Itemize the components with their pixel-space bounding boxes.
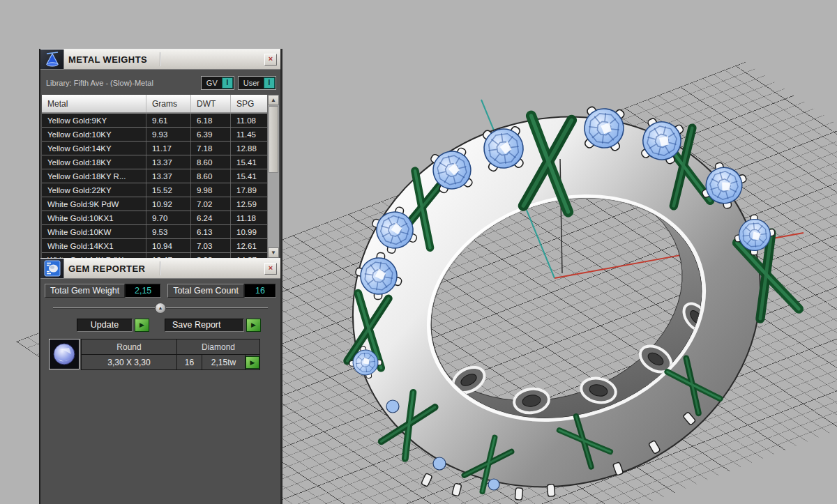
column-header[interactable]: Grams	[146, 95, 191, 112]
gem-reporter-titlebar[interactable]: GEM REPORTER ×	[40, 258, 280, 279]
table-cell: Yellow Gold:22KY	[42, 183, 146, 197]
table-cell: 10.94	[146, 239, 191, 252]
table-cell: White Gold:10KW	[42, 225, 146, 238]
gem-reporter-buttons: Update ▶ Save Report ▶	[77, 319, 280, 332]
table-cell: 9.98	[191, 183, 231, 197]
table-cell: 6.18	[191, 114, 231, 127]
panel-empty-area	[40, 370, 280, 504]
table-cell: 7.18	[191, 142, 231, 155]
table-cell: 13.37	[146, 169, 191, 183]
table-cell: Yellow Gold:18KY R...	[42, 169, 146, 183]
user-indicator[interactable]: I	[264, 77, 275, 89]
table-cell: Yellow Gold:10KY	[42, 128, 146, 141]
table-row[interactable]: Yellow Gold:10KY9.936.3911.45	[42, 128, 279, 142]
table-cell: 11.17	[146, 142, 191, 155]
table-cell: 6.13	[191, 225, 231, 238]
table-cell: 9.93	[146, 128, 191, 141]
table-row[interactable]: Yellow Gold:9KY9.616.1811.08	[42, 114, 279, 128]
table-cell: 9.70	[146, 211, 191, 224]
table-cell: 15.52	[146, 183, 191, 197]
table-row[interactable]: Yellow Gold:18KY13.378.6015.41	[42, 155, 279, 169]
table-row[interactable]: Yellow Gold:14KY11.177.1812.88	[42, 142, 279, 155]
gem-count-cell: 16	[177, 355, 202, 370]
gem-type-header: Diamond	[177, 339, 260, 355]
library-row: Library: Fifth Ave - (Slow)-Metal GV I U…	[40, 70, 280, 94]
metal-weights-table: MetalGramsDWTSPG Yellow Gold:9KY9.616.18…	[42, 95, 279, 258]
gem-weight-cell: 2,15tw	[202, 355, 246, 370]
library-label: Library: Fifth Ave - (Slow)-Metal	[46, 79, 197, 87]
total-gem-count-label: Total Gem Count	[167, 284, 244, 298]
table-scrollbar[interactable]: ▲ ▼	[267, 95, 279, 258]
gem-report-icon	[40, 259, 64, 278]
table-cell: White Gold:9K PdW	[42, 197, 146, 211]
titlebar-divider	[160, 52, 161, 66]
gv-toggle[interactable]: GV I	[201, 76, 234, 90]
total-gem-weight-value: 2,15	[125, 284, 161, 298]
update-button[interactable]: Update	[77, 319, 133, 332]
scale-icon	[40, 49, 64, 69]
table-cell: 8.02	[191, 253, 231, 258]
total-gem-weight-label: Total Gem Weight	[45, 284, 125, 298]
table-row[interactable]: White Gold:9K PdW10.927.0212.59	[42, 197, 279, 211]
metal-weights-title: METAL WEIGHTS	[64, 49, 147, 69]
table-cell: 8.60	[191, 155, 231, 169]
column-header[interactable]: DWT	[191, 95, 231, 112]
panel-splitter: ▲	[53, 302, 268, 314]
table-row[interactable]: Yellow Gold:18KY R...13.378.6015.41	[42, 169, 279, 183]
user-toggle[interactable]: User I	[238, 76, 276, 90]
total-gem-count-value: 16	[244, 284, 276, 298]
table-row[interactable]: White Gold:10KX19.706.2411.18	[42, 211, 279, 225]
table-row[interactable]: Yellow Gold:22KY15.529.9817.89	[42, 183, 279, 197]
close-icon[interactable]: ×	[264, 263, 277, 275]
table-cell: 6.39	[191, 128, 231, 141]
app-window: METAL WEIGHTS × Library: Fifth Ave - (Sl…	[0, 0, 837, 504]
gem-list-row[interactable]: Round Diamond 3,30 X 3,30 16 2,15tw ▶	[49, 339, 280, 370]
save-report-go-icon[interactable]: ▶	[246, 319, 261, 332]
gem-info-table: Round Diamond 3,30 X 3,30 16 2,15tw ▶	[81, 339, 260, 370]
update-go-icon[interactable]: ▶	[135, 319, 149, 332]
table-row[interactable]: White Gold:10KW9.536.1310.99	[42, 225, 279, 239]
table-row[interactable]: White Gold:14K PdW12.478.0214.37	[42, 253, 279, 258]
table-cell: Yellow Gold:18KY	[42, 155, 146, 169]
table-cell: 12.47	[146, 253, 191, 258]
table-cell: 7.03	[191, 239, 231, 252]
gem-row-go-cell: ▶	[246, 355, 260, 370]
table-cell: 8.60	[191, 169, 231, 183]
gem-go-icon[interactable]: ▶	[246, 356, 259, 369]
titlebar-divider	[160, 261, 161, 275]
collapse-arrow-icon[interactable]: ▲	[155, 303, 166, 314]
table-cell: 9.53	[146, 225, 191, 238]
column-header[interactable]: Metal	[42, 95, 146, 112]
table-header: MetalGramsDWTSPG	[42, 95, 279, 114]
gv-indicator[interactable]: I	[222, 77, 233, 89]
table-cell: White Gold:14K PdW	[42, 253, 146, 258]
table-cell: 7.02	[191, 197, 231, 211]
gem-reporter-title: GEM REPORTER	[64, 259, 145, 278]
tool-panel-column: METAL WEIGHTS × Library: Fifth Ave - (Sl…	[39, 49, 282, 504]
close-icon[interactable]: ×	[264, 54, 277, 66]
metal-weights-titlebar[interactable]: METAL WEIGHTS ×	[40, 49, 280, 70]
table-cell: White Gold:14KX1	[42, 239, 146, 252]
table-cell: 10.92	[146, 197, 191, 211]
scrollbar-thumb[interactable]	[269, 106, 278, 173]
table-cell: Yellow Gold:14KY	[42, 142, 146, 155]
table-cell: Yellow Gold:9KY	[42, 114, 146, 127]
gem-shape-header: Round	[82, 339, 177, 355]
table-cell: 9.61	[146, 114, 191, 127]
table-body: Yellow Gold:9KY9.616.1811.08Yellow Gold:…	[42, 114, 279, 258]
gem-totals-row: Total Gem Weight 2,15 Total Gem Count 16	[45, 284, 276, 298]
table-cell: 13.37	[146, 155, 191, 169]
table-cell: White Gold:10KX1	[42, 211, 146, 224]
table-row[interactable]: White Gold:14KX110.947.0312.61	[42, 239, 279, 253]
gem-thumbnail	[49, 339, 80, 369]
scroll-up-icon[interactable]: ▲	[268, 95, 279, 105]
save-report-button[interactable]: Save Report	[165, 319, 244, 332]
scroll-down-icon[interactable]: ▼	[268, 247, 279, 258]
table-cell: 6.24	[191, 211, 231, 224]
gem-size-cell: 3,30 X 3,30	[82, 355, 177, 370]
